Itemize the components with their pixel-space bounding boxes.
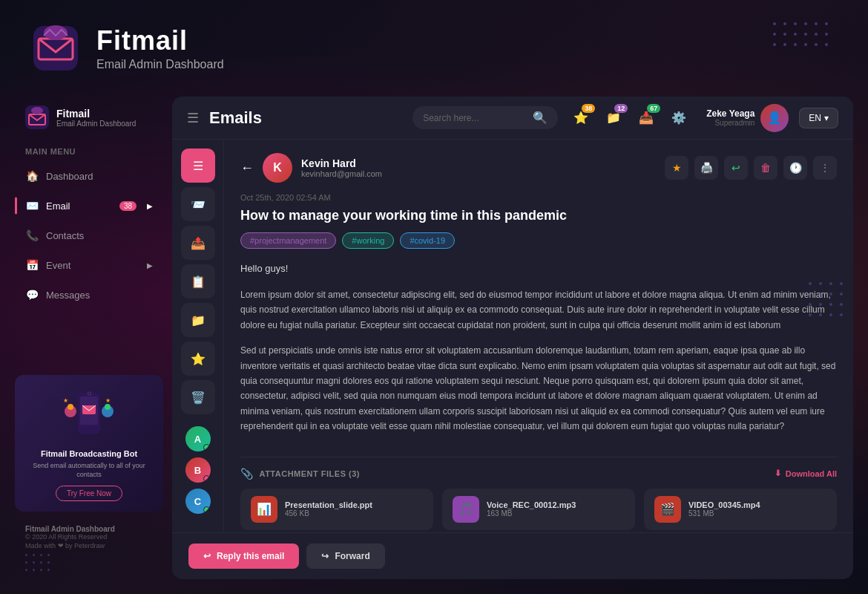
sidebar-nav: 🏠 Dashboard ✉️ Email 38 ▶ 📞 Contacts 📅 E… [15, 162, 163, 368]
star-email-button[interactable]: ★ [665, 156, 688, 180]
lang-label: EN [809, 113, 821, 123]
more-options-button[interactable]: ⋮ [813, 156, 837, 180]
star-notifications-button[interactable]: ⭐ 38 [568, 105, 594, 131]
mp4-file-icon: 🎬 [654, 496, 681, 523]
star-badge: 38 [582, 104, 595, 113]
reply-button[interactable]: ↩ Reply this email [188, 544, 299, 569]
attachment-header: 📎 ATTACHMENT FILES (3) ⬇ Download All [240, 468, 837, 480]
download-all-label: Download All [786, 469, 837, 478]
ppt-filesize: 456 KB [285, 509, 372, 518]
folder-icon: 📁 [606, 111, 621, 125]
print-email-button[interactable]: 🖨️ [694, 156, 718, 180]
forward-icon: ↪ [321, 551, 329, 561]
messages-icon: 💬 [25, 288, 39, 301]
sender-avatar: K [263, 153, 292, 183]
svg-point-9 [68, 404, 73, 410]
trash-filter-button[interactable]: 🗑️ [181, 380, 215, 414]
attachment-item-mp3[interactable]: 🎵 Voice_REC_00012.mp3 163 MB [442, 489, 635, 530]
mp3-filename: Voice_REC_00012.mp3 [487, 500, 576, 509]
email-reading-pane: ← K Kevin Hard kevinhard@gmail.com ★ 🖨️ … [224, 140, 853, 532]
ppt-file-icon: 📊 [251, 496, 277, 523]
archive-filter-button[interactable]: 📁 [181, 303, 215, 337]
delete-email-button[interactable]: 🗑 [754, 156, 777, 180]
starred-filter-button[interactable]: ⭐ [181, 342, 215, 376]
star-icon: ⭐ [573, 111, 588, 125]
folder-notifications-button[interactable]: 📁 12 [601, 105, 626, 131]
email-greeting: Hello guys! [240, 261, 837, 277]
email-icon: ✉️ [25, 199, 39, 212]
user-info: Zeke Yeaga Superadmin [706, 108, 754, 127]
sidebar-section-label: Main Menu [15, 147, 163, 162]
inbox-notifications-button[interactable]: 📥 67 [634, 105, 659, 131]
sidebar-label-dashboard: Dashboard [46, 171, 93, 182]
reply-quick-button[interactable]: ↩ [724, 156, 748, 180]
inbox-icon: 📥 [639, 111, 654, 125]
sidebar-item-email[interactable]: ✉️ Email 38 ▶ [15, 192, 163, 220]
attachment-item-ppt[interactable]: 📊 Presentation_slide.ppt 456 KB [240, 489, 433, 530]
page-title: Emails [209, 108, 402, 128]
contacts-icon: 📞 [25, 229, 39, 242]
event-icon: 📅 [25, 258, 39, 272]
offline-status-indicator [203, 475, 210, 482]
footer-made: Made with ❤ by Peterdraw [25, 542, 153, 549]
list-item[interactable]: A [185, 426, 211, 451]
sender-email: kevinhard@gmail.com [301, 169, 656, 178]
sidebar: Fitmail Email Admin Dashboard Main Menu … [15, 97, 163, 579]
draft-icon: 📋 [191, 275, 206, 289]
mp3-file-icon: 🎵 [453, 496, 479, 523]
compose-button[interactable]: ☰ [181, 148, 215, 183]
sidebar-label-email: Email [46, 200, 70, 212]
list-item[interactable]: C [185, 489, 211, 514]
svg-text:★: ★ [63, 397, 68, 404]
download-icon: ⬇ [775, 469, 781, 478]
sidebar-item-messages[interactable]: 💬 Messages [15, 281, 163, 309]
attachment-item-mp4[interactable]: 🎬 VIDEO_00345.mp4 531 MB [644, 489, 837, 530]
inbox-badge: 67 [647, 104, 660, 113]
clock-button[interactable]: 🕐 [783, 156, 807, 180]
tag-working[interactable]: #working [342, 232, 394, 249]
download-all-button[interactable]: ⬇ Download All [775, 469, 837, 478]
main-area: Fitmail Email Admin Dashboard Main Menu … [0, 97, 868, 594]
topnav: ☰ Emails 🔍 ⭐ 38 📁 12 📥 [172, 97, 853, 140]
sidebar-item-event[interactable]: 📅 Event ▶ [15, 251, 163, 279]
tag-projectmanagement[interactable]: #projectmanagement [240, 232, 336, 249]
send-icon: 📤 [191, 236, 206, 250]
send-filter-button[interactable]: 📤 [181, 226, 215, 260]
compose-icon: ☰ [193, 159, 203, 173]
user-role: Superadmin [706, 119, 754, 127]
forward-button[interactable]: ↪ Forward [306, 544, 384, 569]
tag-covid19[interactable]: #covid-19 [400, 232, 455, 249]
svg-text:★: ★ [105, 397, 111, 404]
menu-toggle-icon[interactable]: ☰ [187, 110, 199, 126]
sidebar-label-messages: Messages [46, 290, 90, 301]
email-timestamp: Oct 25th, 2020 02:54 AM [240, 193, 837, 202]
event-arrow-icon: ▶ [147, 261, 153, 270]
sidebar-brand-text: Fitmail Email Admin Dashboard [56, 108, 136, 128]
sidebar-item-dashboard[interactable]: 🏠 Dashboard [15, 162, 163, 190]
main-panel: ☰ Emails 🔍 ⭐ 38 📁 12 📥 [172, 97, 853, 579]
search-bar[interactable]: 🔍 [412, 106, 558, 129]
email-subject: How to manage your working time in this … [240, 208, 837, 223]
trash-icon: 🗑️ [191, 391, 206, 405]
paperclip-icon: 📎 [240, 468, 254, 480]
home-icon: 🏠 [25, 169, 39, 183]
online-status-indicator [203, 506, 210, 513]
search-input[interactable] [423, 113, 527, 123]
broadcast-illustration: ★ ★ ⬡ [25, 385, 153, 445]
online-status-indicator [203, 444, 210, 451]
mp4-filename: VIDEO_00345.mp4 [688, 500, 760, 509]
email-paragraph-2: Sed ut perspiciatis unde omnis iste natu… [240, 343, 837, 434]
email-paragraph-1: Lorem ipsum dolor sit amet, consectetur … [240, 287, 837, 333]
sidebar-item-contacts[interactable]: 📞 Contacts [15, 221, 163, 249]
inbox-filter-button[interactable]: 📨 [181, 187, 215, 221]
broadcast-try-button[interactable]: Try Free Now [56, 486, 122, 501]
email-badge: 38 [119, 201, 137, 211]
broadcast-title: Fitmail Broadcasting Bot [25, 449, 153, 458]
language-selector[interactable]: EN ▾ [799, 108, 838, 128]
list-item[interactable]: B [185, 457, 211, 483]
draft-filter-button[interactable]: 📋 [181, 264, 215, 298]
back-button[interactable]: ← [240, 160, 254, 176]
sidebar-brand-subtitle: Email Admin Dashboard [56, 120, 136, 128]
sidebar-brand-logo [25, 105, 49, 129]
settings-button[interactable]: ⚙️ [666, 105, 691, 131]
